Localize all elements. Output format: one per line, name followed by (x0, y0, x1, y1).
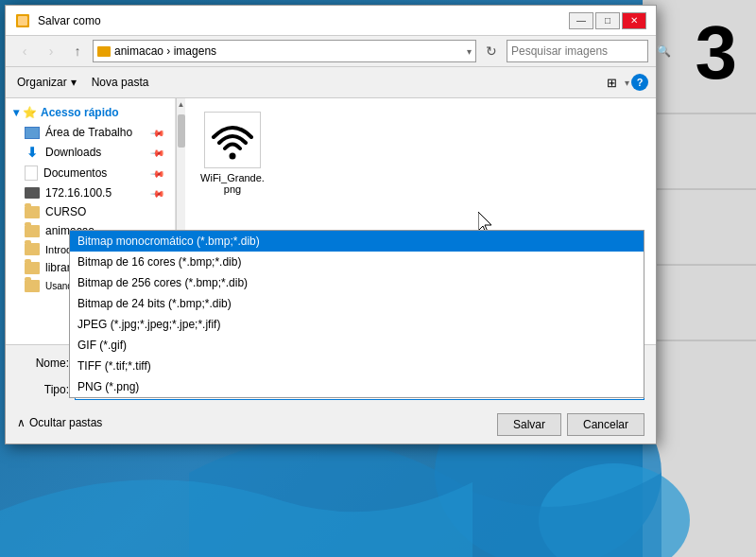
sidebar-item-network[interactable]: 172.16.100.5 📌 (6, 183, 175, 202)
back-button[interactable]: ‹ (13, 40, 36, 62)
dropdown-option-0[interactable]: Bitmap monocromático (*.bmp;*.dib) (70, 231, 644, 252)
dropdown-option-1[interactable]: Bitmap de 16 cores (*.bmp;*.dib) (70, 252, 644, 272)
toolbar2: Organizar ▾ Nova pasta ⊞ ▾ ? (6, 67, 656, 98)
pin-icon-downloads: 📌 (150, 145, 165, 160)
title-bar: Salvar como — □ ✕ (6, 6, 656, 36)
bottom-row: ∧ Ocultar pastas Salvar Cancelar (17, 406, 644, 436)
pin-icon: 📌 (150, 125, 165, 140)
svg-point-9 (230, 153, 236, 160)
quick-access-label: Acesso rápido (41, 106, 119, 119)
sidebar-item-documents[interactable]: Documentos 📌 (6, 163, 175, 183)
dropdown-option-6[interactable]: TIFF (*.tif;*.tiff) (70, 356, 644, 376)
documents-icon (25, 165, 38, 181)
dialog-title: Salvar como (38, 14, 569, 27)
hide-pastas-toggle[interactable]: ∧ Ocultar pastas (17, 416, 102, 429)
forward-button[interactable]: › (40, 40, 62, 62)
option-label-0: Bitmap monocromático (*.bmp;*.dib) (77, 235, 260, 248)
bottom-area: Nome: WiFi_Grande.png ▾ Tipo: PNG (*.png… (6, 344, 656, 444)
sidebar-network-label: 172.16.100.5 (45, 186, 112, 200)
option-label-3: Bitmap de 24 bits (*.bmp;*.dib) (77, 297, 232, 310)
nova-pasta-label: Nova pasta (92, 76, 149, 89)
file-name-wifi: WiFi_Grande.png (198, 172, 266, 195)
view-dropdown-arrow: ▾ (625, 78, 629, 88)
dropdown-option-3[interactable]: Bitmap de 24 bits (*.bmp;*.dib) (70, 293, 644, 314)
sidebar-downloads-label: Downloads (45, 146, 101, 159)
network-icon (25, 187, 40, 199)
organize-arrow: ▾ (71, 76, 77, 89)
folder-animacao-icon (25, 225, 40, 237)
wifi-file-thumbnail (204, 112, 261, 168)
organize-button[interactable]: Organizar ▾ (13, 74, 80, 91)
save-button[interactable]: Salvar (497, 413, 561, 436)
sidebar-desktop-label: Área de Trabalho (45, 126, 132, 139)
tipo-dropdown-list: Bitmap monocromático (*.bmp;*.dib) Bitma… (69, 230, 644, 398)
sidebar-section-quick-access[interactable]: ▾ ⭐ Acesso rápido (6, 102, 175, 123)
sidebar-item-downloads[interactable]: ⬇ Downloads 📌 (6, 142, 175, 163)
dropdown-option-5[interactable]: GIF (*.gif) (70, 335, 644, 356)
option-label-7: PNG (*.png) (77, 380, 139, 393)
svg-rect-8 (18, 16, 27, 26)
navigation-toolbar: ‹ › ↑ animacao › imagens ▾ ↻ 🔍 (6, 36, 656, 67)
pin-icon-docs: 📌 (150, 165, 165, 181)
search-input[interactable] (511, 44, 653, 58)
option-label-5: GIF (*.gif) (77, 339, 127, 352)
section-collapse-arrow: ▾ (13, 106, 19, 119)
dropdown-option-2[interactable]: Bitmap de 256 cores (*.bmp;*.dib) (70, 272, 644, 293)
option-label-6: TIFF (*.tif;*.tiff) (77, 359, 151, 373)
nome-label: Nome: (17, 357, 69, 370)
view-button[interactable]: ⊞ (600, 71, 623, 94)
star-icon: ⭐ (23, 106, 37, 119)
help-button[interactable]: ? (631, 74, 648, 91)
close-button[interactable]: ✕ (622, 12, 646, 29)
nova-pasta-button[interactable]: Nova pasta (88, 74, 153, 91)
scroll-thumb (178, 114, 185, 148)
desktop-icon (25, 127, 40, 139)
option-label-1: Bitmap de 16 cores (*.bmp;*.dib) (77, 255, 241, 269)
sidebar-item-desktop[interactable]: Área de Trabalho 📌 (6, 123, 175, 142)
folder-ssd-icon (25, 280, 40, 292)
dropdown-option-7[interactable]: PNG (*.png) (70, 376, 644, 397)
pin-icon-network: 📌 (150, 185, 165, 200)
cancel-button[interactable]: Cancelar (567, 413, 644, 436)
sidebar-curso-label: CURSO (45, 205, 86, 218)
view-controls: ⊞ ▾ ? (600, 71, 648, 94)
chevron-up-icon: ∧ (17, 416, 26, 429)
folder-icon (97, 46, 111, 57)
option-label-4: JPEG (*.jpg;*.jpeg;*.jpe;*.jfif) (77, 318, 220, 331)
save-as-dialog: Salvar como — □ ✕ ‹ › ↑ animacao › image… (5, 5, 657, 444)
search-icon: 🔍 (657, 44, 671, 58)
sidebar-item-curso[interactable]: CURSO (6, 202, 175, 221)
sidebar-documents-label: Documentos (43, 166, 107, 180)
refresh-button[interactable]: ↻ (480, 40, 503, 62)
dialog-overlay: Salvar como — □ ✕ ‹ › ↑ animacao › image… (0, 0, 756, 557)
up-button[interactable]: ↑ (66, 40, 89, 62)
file-item-wifi[interactable]: WiFi_Grande.png (195, 108, 270, 199)
organize-label: Organizar (17, 76, 67, 89)
address-bar[interactable]: animacao › imagens ▾ (93, 40, 476, 62)
wifi-svg (209, 116, 256, 164)
address-text: animacao › imagens (114, 44, 463, 58)
dropdown-option-4[interactable]: JPEG (*.jpg;*.jpeg;*.jpe;*.jfif) (70, 314, 644, 335)
action-buttons: Salvar Cancelar (497, 413, 644, 436)
maximize-button[interactable]: □ (595, 12, 620, 29)
address-dropdown-arrow: ▾ (467, 46, 472, 57)
folder-curso-icon (25, 206, 40, 218)
hide-pastas-label: Ocultar pastas (29, 416, 102, 429)
downloads-icon: ⬇ (25, 145, 40, 160)
option-label-2: Bitmap de 256 cores (*.bmp;*.dib) (77, 276, 248, 289)
folder-intro-icon (25, 243, 40, 255)
search-bar[interactable]: 🔍 (507, 40, 648, 62)
tipo-label: Tipo: (17, 383, 69, 396)
dialog-icon (15, 13, 30, 28)
folder-libraries-icon (25, 262, 40, 274)
window-controls: — □ ✕ (569, 12, 646, 29)
minimize-button[interactable]: — (569, 12, 593, 29)
